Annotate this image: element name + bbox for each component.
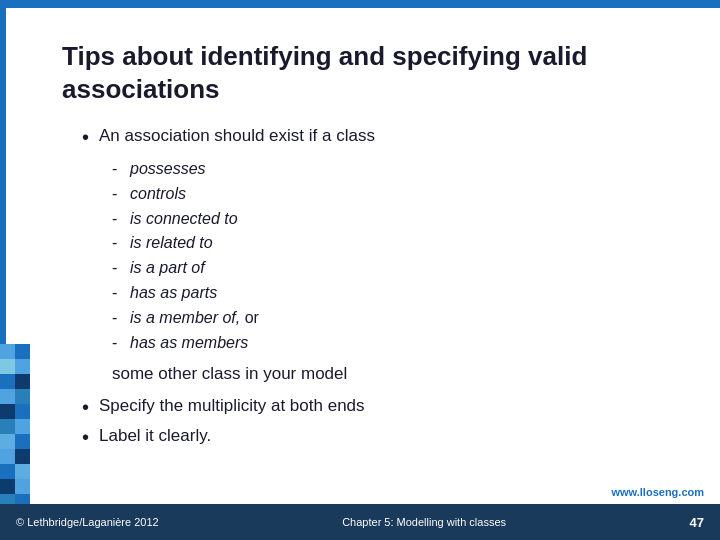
mosaic-cell [15,404,30,419]
mosaic-cell [0,449,15,464]
mosaic-cell [0,479,15,494]
sub-item-6: - has as parts [112,281,680,306]
bullet-dot-1: • [82,125,89,149]
sub-item-2: - controls [112,182,680,207]
sub-item-1: - possesses [112,157,680,182]
sub-item-6-text: has as parts [130,281,217,306]
sub-item-7: - is a member of, or [112,306,680,331]
mosaic-cell [0,374,15,389]
mosaic-cell [0,434,15,449]
mosaic-cell [0,389,15,404]
footer-page: 47 [690,515,704,530]
mosaic-cell [0,404,15,419]
mosaic-cell [15,419,30,434]
sub-item-4: - is related to [112,231,680,256]
bullet-2: • Specify the multiplicity at both ends [82,395,680,419]
bullet-1: • An association should exist if a class [82,125,680,149]
mosaic-decoration [0,344,30,504]
sub-item-3-text: is connected to [130,207,238,232]
mosaic-cell [0,419,15,434]
mosaic-cell [0,464,15,479]
bullet-dot-3: • [82,425,89,449]
sub-item-8: - has as members [112,331,680,356]
mosaic-cell [15,389,30,404]
slide: Tips about identifying and specifying va… [0,0,720,540]
mosaic-cell [15,449,30,464]
continuation-text: some other class in your model [112,363,680,385]
sub-item-7-text: is a member of, or [130,306,259,331]
bullet-1-text: An association should exist if a class [99,125,375,147]
sub-item-5-text: is a part of [130,256,205,281]
top-bar [0,0,720,8]
mosaic-cell [15,359,30,374]
footer-copyright: © Lethbridge/Laganière 2012 [16,516,159,528]
bullet-3-text: Label it clearly. [99,425,211,447]
mosaic-cell [15,434,30,449]
mosaic-cell [15,464,30,479]
footer-chapter: Chapter 5: Modelling with classes [179,516,670,528]
sub-item-3: - is connected to [112,207,680,232]
sub-item-5: - is a part of [112,256,680,281]
footer: © Lethbridge/Laganière 2012 Chapter 5: M… [0,504,720,540]
bullet-dot-2: • [82,395,89,419]
sub-item-4-text: is related to [130,231,213,256]
mosaic-cell [15,479,30,494]
sub-item-2-text: controls [130,182,186,207]
bullet-2-text: Specify the multiplicity at both ends [99,395,365,417]
mosaic-cell [0,359,15,374]
sub-item-1-text: possesses [130,157,206,182]
mosaic-cell [15,374,30,389]
mosaic-cell [0,344,15,359]
website-label: www.lloseng.com [612,486,705,498]
sub-item-8-text: has as members [130,331,248,356]
bullet-3: • Label it clearly. [82,425,680,449]
sub-list: - possesses - controls - is connected to… [112,157,680,355]
mosaic-cell [15,344,30,359]
slide-title: Tips about identifying and specifying va… [62,40,680,105]
